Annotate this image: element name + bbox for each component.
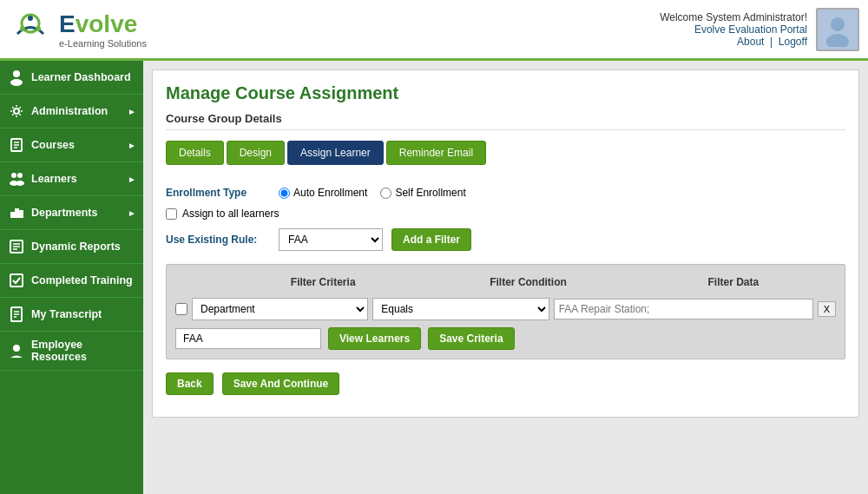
sidebar-label-learner-dashboard: Learner Dashboard (31, 71, 131, 83)
arrow-icon-departments: ► (128, 208, 136, 218)
radio-auto-label: Auto Enrollment (293, 187, 367, 199)
svg-point-3 (28, 16, 33, 21)
sidebar: Learner Dashboard Administration ► Cours… (0, 61, 143, 494)
sidebar-item-administration[interactable]: Administration ► (0, 95, 143, 128)
back-button[interactable]: Back (166, 372, 214, 395)
sidebar-label-completed-training: Completed Training (31, 274, 133, 287)
svg-rect-17 (10, 212, 15, 218)
avatar (816, 8, 859, 51)
filter-table: Filter Criteria Filter Condition Filter … (166, 264, 845, 359)
sidebar-label-dynamic-reports: Dynamic Reports (31, 240, 121, 253)
radio-self-enrollment[interactable]: Self Enrollment (380, 187, 465, 199)
filter-condition-select[interactable]: Equals (372, 298, 549, 320)
svg-point-29 (13, 345, 20, 352)
filter-criteria-select[interactable]: Department (192, 298, 368, 320)
enrollment-type-row: Enrollment Type Auto Enrollment Self Enr… (166, 187, 845, 199)
check-icon (7, 271, 26, 290)
filter-remove-button[interactable]: X (818, 301, 836, 317)
logo-text: Evolve e-Learning Solutions (59, 10, 147, 49)
assign-all-checkbox[interactable] (166, 208, 177, 220)
svg-point-15 (17, 173, 23, 178)
svg-point-4 (831, 17, 845, 31)
sidebar-item-courses[interactable]: Courses ► (0, 128, 143, 162)
sidebar-label-learners: Learners (31, 173, 77, 185)
sidebar-label-courses: Courses (31, 139, 75, 151)
sidebar-item-learner-dashboard[interactable]: Learner Dashboard (0, 61, 143, 95)
sidebar-item-learners[interactable]: Learners ► (0, 162, 143, 196)
filter-condition-header: Filter Condition (425, 273, 630, 291)
save-criteria-button[interactable]: Save Criteria (428, 327, 514, 350)
svg-rect-24 (10, 274, 23, 287)
welcome-text: Welcome System Administrator! (660, 11, 807, 23)
svg-point-2 (36, 26, 41, 31)
person-icon (7, 68, 26, 87)
assign-all-row: Assign to all learners (166, 207, 845, 220)
filter-criteria-header: Filter Criteria (220, 273, 425, 291)
tab-reminder-email[interactable]: Reminder Email (386, 141, 486, 165)
svg-point-7 (10, 79, 23, 86)
tab-details[interactable]: Details (166, 141, 224, 165)
bottom-buttons: Back Save And Continue (166, 372, 845, 395)
filter-header: Filter Criteria Filter Condition Filter … (175, 273, 836, 291)
section-title: Course Group Details (166, 112, 845, 130)
filter-name-row: View Learners Save Criteria (175, 327, 836, 350)
transcript-icon (7, 305, 26, 324)
assign-all-label: Assign to all learners (182, 207, 279, 220)
sidebar-item-my-transcript[interactable]: My Transcript (0, 298, 143, 332)
svg-point-6 (13, 70, 20, 77)
enrollment-type-label: Enrollment Type (166, 187, 270, 199)
logo-sub: e-Learning Solutions (59, 38, 147, 49)
sidebar-item-employee-resources[interactable]: Employee Resources (0, 332, 143, 371)
add-filter-button[interactable]: Add a Filter (391, 228, 471, 251)
radio-auto-enrollment[interactable]: Auto Enrollment (279, 187, 367, 199)
svg-point-8 (14, 109, 19, 114)
svg-point-5 (826, 34, 849, 47)
filter-row: Department Equals X (175, 298, 836, 320)
gear-icon (7, 102, 26, 121)
sidebar-label-my-transcript: My Transcript (31, 308, 102, 320)
filter-name-input[interactable] (175, 328, 321, 349)
filter-data-input[interactable] (554, 299, 813, 319)
employee-icon (7, 341, 26, 360)
dept-icon (7, 203, 26, 222)
filter-data-header: Filter Data (631, 273, 836, 291)
existing-rule-label: Use Existing Rule: (166, 234, 270, 246)
sidebar-item-completed-training[interactable]: Completed Training (0, 264, 143, 298)
sidebar-label-administration: Administration (31, 105, 108, 117)
svg-point-16 (16, 181, 24, 186)
page-title: Manage Course Assignment (166, 83, 845, 103)
header: Evolve e-Learning Solutions Welcome Syst… (0, 0, 868, 61)
logo-area: Evolve e-Learning Solutions (9, 8, 147, 51)
book-icon (7, 135, 26, 155)
arrow-icon-administration: ► (128, 107, 136, 116)
radio-auto-input[interactable] (279, 188, 290, 199)
sidebar-item-departments[interactable]: Departments ► (0, 196, 143, 230)
svg-rect-19 (19, 210, 23, 218)
existing-rule-row: Use Existing Rule: FAA Add a Filter (166, 228, 845, 251)
tab-design[interactable]: Design (227, 141, 285, 165)
logo-evolve: Evolve (59, 10, 147, 38)
arrow-icon-learners: ► (128, 175, 136, 184)
rule-select[interactable]: FAA (279, 228, 383, 251)
about-link[interactable]: About (737, 36, 764, 48)
main-content: Manage Course Assignment Course Group De… (143, 61, 868, 494)
radio-self-input[interactable] (380, 188, 391, 199)
radio-group: Auto Enrollment Self Enrollment (279, 187, 466, 199)
form-section: Enrollment Type Auto Enrollment Self Enr… (166, 178, 845, 404)
content-box: Manage Course Assignment Course Group De… (152, 69, 859, 418)
svg-point-13 (11, 173, 16, 178)
people-icon (7, 169, 26, 188)
header-links: About | Logoff (660, 36, 807, 48)
report-icon (7, 237, 26, 256)
view-learners-button[interactable]: View Learners (328, 327, 421, 350)
svg-rect-18 (15, 208, 19, 218)
filter-row-checkbox[interactable] (175, 303, 187, 315)
header-info: Welcome System Administrator! Evolve Eva… (660, 11, 807, 48)
logoff-link[interactable]: Logoff (779, 36, 807, 48)
sidebar-label-employee-resources: Employee Resources (31, 339, 136, 363)
sidebar-label-departments: Departments (31, 207, 97, 219)
save-continue-button[interactable]: Save And Continue (222, 372, 340, 395)
svg-point-1 (20, 26, 25, 31)
tab-assign-learner[interactable]: Assign Learner (287, 141, 384, 165)
sidebar-item-dynamic-reports[interactable]: Dynamic Reports (0, 230, 143, 264)
